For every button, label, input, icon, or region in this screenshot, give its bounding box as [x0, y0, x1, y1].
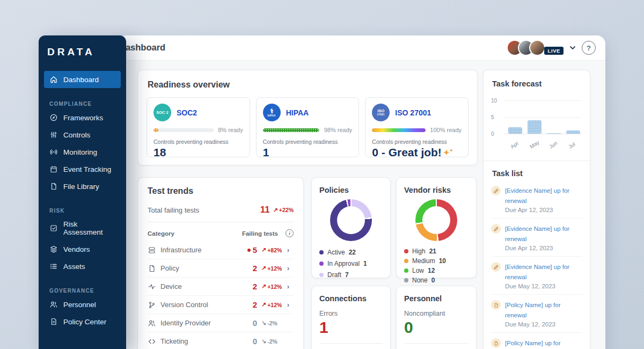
- sidebar-item-risk-assessment[interactable]: Risk Assessment: [44, 216, 121, 241]
- legend-dot: [404, 278, 408, 282]
- trend-up-badge: ↗+12%: [261, 301, 286, 308]
- sparkle-icon: ✦✦: [443, 149, 453, 156]
- sidebar-item-label: Frameworks: [63, 114, 103, 122]
- bar-jul[interactable]: [566, 130, 580, 134]
- task-due: Due May 12, 2023: [505, 283, 582, 289]
- sidebar: DRATA Dashboard COMPLIANCE Frameworks Co…: [39, 35, 126, 349]
- framework-card-soc2[interactable]: SOC 2 SOC2 8% ready Controls preventing …: [147, 97, 250, 157]
- sidebar-item-vendors[interactable]: Vendors: [44, 241, 121, 258]
- file-icon: [49, 182, 58, 191]
- code-icon: [148, 337, 156, 346]
- row-value: 0: [243, 318, 257, 328]
- task-link[interactable]: [Policy Name] up for renewal: [505, 340, 561, 349]
- legend-dot: [319, 261, 324, 266]
- file-text-icon: [49, 317, 58, 326]
- sidebar-item-personnel[interactable]: Personnel: [44, 296, 121, 313]
- sidebar-section-risk: RISK: [49, 208, 126, 214]
- sidebar-item-label: Dashboard: [63, 76, 99, 84]
- legend-item: Medium10: [404, 256, 469, 266]
- legend-item: None0: [404, 275, 469, 285]
- sidebar-item-file-library[interactable]: File Library: [44, 178, 121, 195]
- row-value: 5: [243, 245, 257, 255]
- trend-row-device[interactable]: Device 2 ↗+12% ›: [148, 278, 294, 296]
- legend-item: In Approval1: [319, 258, 383, 269]
- controls-label: Controls preventing readiness: [372, 139, 462, 145]
- bar-jun[interactable]: [547, 133, 561, 134]
- trend-up-icon: ↗: [273, 207, 278, 214]
- sidebar-item-frameworks[interactable]: Frameworks: [44, 109, 121, 126]
- progress-fill: [372, 128, 426, 132]
- controls-label: Controls preventing readiness: [153, 139, 243, 145]
- trend-up-icon: ↗: [261, 301, 266, 308]
- sidebar-item-controls[interactable]: Controls: [44, 126, 121, 143]
- avatar-group[interactable]: [507, 40, 545, 56]
- sidebar-item-assets[interactable]: Assets: [44, 258, 121, 275]
- legend-dot: [404, 268, 408, 273]
- ready-label: 98% ready: [324, 127, 353, 133]
- document-icon: [491, 338, 501, 348]
- drata-logo: DRATA: [47, 46, 126, 58]
- chevron-right-icon[interactable]: ›: [287, 301, 294, 309]
- sidebar-item-event-tracking[interactable]: Event Tracking: [44, 161, 121, 178]
- ready-label: 100% ready: [430, 127, 462, 133]
- policies-card: Policies Active22 In Approval1 Draft7: [311, 177, 391, 278]
- readiness-overview-card: Readiness overview SOC 2 SOC2 8% ready C…: [137, 70, 478, 165]
- controls-label: Controls preventing readiness: [263, 139, 353, 145]
- task-link[interactable]: [Evidence Name] up for renewal: [505, 187, 569, 204]
- legend-item: High21: [404, 246, 469, 256]
- errors-value: 1: [319, 318, 383, 337]
- ready-label: 8% ready: [218, 127, 243, 133]
- task-link[interactable]: [Evidence Name] up for renewal: [505, 264, 569, 280]
- task-list-title: Task list: [492, 169, 523, 178]
- chevron-right-icon[interactable]: ›: [287, 246, 294, 254]
- task-forecast-chart: 10 5 0 Apr May Jun Jul: [491, 93, 582, 155]
- sidebar-item-policy-center[interactable]: Policy Center: [44, 313, 121, 330]
- badge-text: 27001: [377, 114, 385, 117]
- bar-apr[interactable]: [508, 127, 522, 134]
- trend-down-icon: ↘: [261, 319, 266, 326]
- framework-card-iso27001[interactable]: ISO 27001 ISO 27001 100% ready Controls …: [365, 97, 469, 157]
- y-tick-label: 0: [491, 131, 501, 137]
- sidebar-item-monitoring[interactable]: Monitoring: [44, 143, 121, 161]
- trend-row-version-control[interactable]: Version Control 2 ↗+12% ›: [148, 296, 294, 314]
- chevron-right-icon[interactable]: ›: [287, 265, 294, 272]
- progress-track: [372, 128, 426, 132]
- row-label: Infrastructure: [160, 246, 243, 254]
- trend-up-badge: ↗+22%: [273, 207, 294, 214]
- help-icon[interactable]: ?: [582, 41, 596, 55]
- task-panel: Task forecast 10 5 0 Apr May Jun Jul Tas…: [483, 70, 590, 349]
- legend-dot: [319, 250, 324, 255]
- column-failing-tests: Failing tests: [242, 230, 278, 237]
- trend-row-infrastructure[interactable]: Infrastructure 5 ↗+82% ›: [148, 241, 294, 259]
- broadcast-icon: [49, 148, 58, 156]
- total-failing-row: Total failing tests 11 ↗+22%: [148, 196, 294, 222]
- badge-glyph: ⚕: [270, 108, 274, 114]
- x-tick-label: Jul: [567, 141, 576, 150]
- info-icon[interactable]: i: [286, 229, 294, 237]
- users-icon: [49, 300, 58, 309]
- noncompliant-label: Noncompliant: [404, 310, 469, 317]
- trend-row-policy[interactable]: Policy 2 ↗+12% ›: [148, 259, 294, 278]
- sidebar-section-compliance: COMPLIANCE: [49, 101, 126, 107]
- total-failing-label: Total failing tests: [148, 206, 199, 214]
- trend-up-icon: ↗: [261, 246, 266, 253]
- live-badge[interactable]: LIVE: [544, 47, 564, 55]
- progress-track: [263, 128, 320, 132]
- task-link[interactable]: [Evidence Name] up for renewal: [505, 226, 569, 242]
- framework-card-hipaa[interactable]: ⚕ HIPAA HIPAA 98% ready Controls prevent…: [256, 97, 360, 157]
- sidebar-item-dashboard[interactable]: Dashboard: [44, 71, 121, 88]
- task-item: [Evidence Name] up for renewal Due May 1…: [491, 257, 582, 295]
- activity-icon: [148, 282, 156, 291]
- task-link[interactable]: [Policy Name] up for renewal: [505, 302, 561, 318]
- bar-may[interactable]: [528, 120, 541, 134]
- badge-text: ISO: [377, 109, 384, 113]
- avatar[interactable]: [529, 40, 545, 56]
- chevron-down-icon[interactable]: [569, 44, 576, 52]
- legend-item: Draft7: [319, 269, 383, 280]
- chevron-right-icon[interactable]: ›: [287, 283, 294, 290]
- task-item: [Evidence Name] up for renewal Due Apr 1…: [491, 219, 582, 257]
- progress-fill: [263, 128, 319, 132]
- policies-donut-chart: [330, 199, 372, 241]
- row-label: Device: [160, 282, 243, 290]
- column-category: Category: [148, 230, 174, 237]
